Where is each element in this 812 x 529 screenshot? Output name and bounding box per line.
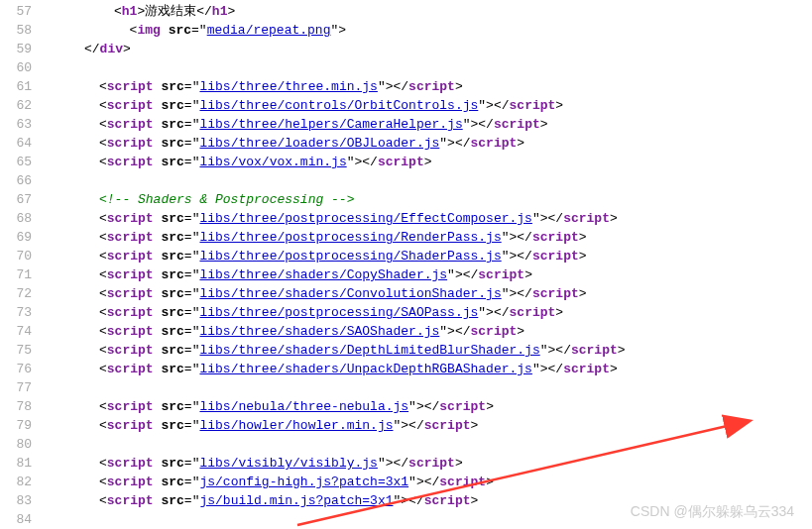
code-line xyxy=(69,58,812,77)
code-line: <img src="media/repeat.png"> xyxy=(69,21,812,40)
line-number: 84 xyxy=(0,510,40,529)
line-number: 81 xyxy=(0,454,40,473)
code-line: <script src="libs/three/postprocessing/S… xyxy=(69,303,812,322)
code-line: <script src="libs/three/shaders/CopyShad… xyxy=(69,265,812,284)
code-line: <script src="libs/three/shaders/DepthLim… xyxy=(69,341,812,360)
code-line: <script src="libs/vox/vox.min.js"></scri… xyxy=(69,153,812,171)
line-number: 62 xyxy=(0,96,40,115)
code-line: <script src="libs/three/controls/OrbitCo… xyxy=(69,96,812,115)
code-line: <script src="libs/nebula/three-nebula.js… xyxy=(69,397,812,416)
line-number: 71 xyxy=(0,265,40,284)
line-number: 80 xyxy=(0,435,40,454)
code-line: <h1>游戏结束</h1> xyxy=(69,2,812,21)
code-line: <script src="libs/three/three.min.js"></… xyxy=(69,77,812,96)
code-line: <script src="libs/three/shaders/SAOShade… xyxy=(69,322,812,341)
line-number: 73 xyxy=(0,303,40,322)
code-line: <script src="libs/three/shaders/UnpackDe… xyxy=(69,360,812,378)
line-number: 75 xyxy=(0,341,40,360)
code-line xyxy=(69,435,812,454)
code-lines: <h1>游戏结束</h1> <img src="media/repeat.png… xyxy=(40,2,812,529)
line-number: 74 xyxy=(0,322,40,341)
code-editor: 5758596061626364656667686970717273747576… xyxy=(0,0,812,529)
line-number: 79 xyxy=(0,416,40,435)
code-line: <script src="libs/howler/howler.min.js">… xyxy=(69,416,812,435)
code-line: </div> xyxy=(69,40,812,58)
line-number: 58 xyxy=(0,21,40,40)
code-line xyxy=(69,378,812,397)
line-number: 70 xyxy=(0,247,40,265)
line-number: 78 xyxy=(0,397,40,416)
code-line: <script src="js/config-high.js?patch=3x1… xyxy=(69,473,812,491)
watermark-text: CSDN @偶尔躲躲乌云334 xyxy=(631,502,794,521)
code-line: <!-- Shaders & Postprocessing --> xyxy=(69,190,812,209)
line-number: 61 xyxy=(0,77,40,96)
line-number: 83 xyxy=(0,491,40,510)
line-number: 59 xyxy=(0,40,40,58)
code-line: <script src="libs/three/loaders/OBJLoade… xyxy=(69,134,812,153)
line-number: 76 xyxy=(0,360,40,378)
line-number: 60 xyxy=(0,58,40,77)
code-line: <script src="libs/three/postprocessing/E… xyxy=(69,209,812,228)
code-line: <script src="libs/three/shaders/Convolut… xyxy=(69,284,812,303)
line-number: 67 xyxy=(0,190,40,209)
line-number: 65 xyxy=(0,153,40,171)
line-number: 63 xyxy=(0,115,40,134)
code-line: <script src="libs/three/postprocessing/S… xyxy=(69,247,812,265)
line-number: 72 xyxy=(0,284,40,303)
line-number: 77 xyxy=(0,378,40,397)
line-number: 64 xyxy=(0,134,40,153)
line-number-gutter: 5758596061626364656667686970717273747576… xyxy=(0,2,40,529)
line-number: 82 xyxy=(0,473,40,491)
line-number: 69 xyxy=(0,228,40,247)
code-line xyxy=(69,171,812,190)
code-line: <script src="libs/visibly/visibly.js"></… xyxy=(69,454,812,473)
code-line: <script src="libs/three/helpers/CameraHe… xyxy=(69,115,812,134)
line-number: 66 xyxy=(0,171,40,190)
code-line: <script src="libs/three/postprocessing/R… xyxy=(69,228,812,247)
line-number: 68 xyxy=(0,209,40,228)
line-number: 57 xyxy=(0,2,40,21)
